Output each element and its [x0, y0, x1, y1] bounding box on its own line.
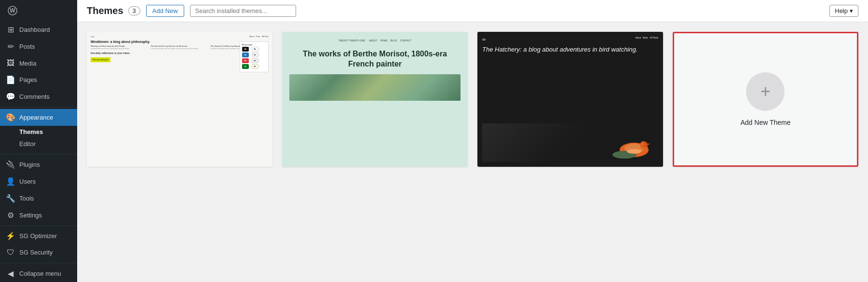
tt1-hero-text: The works of Berthe Morisot, 1800s-era F… — [289, 49, 461, 69]
media-icon: 🖼 — [6, 59, 15, 67]
theme-card-tt2: ∞ About Birds All Posts The Hatchery: a … — [477, 32, 663, 167]
tt2-bird-area — [482, 123, 658, 162]
help-label: Help — [835, 7, 848, 14]
sidebar-item-plugins[interactable]: 🔌 Plugins — [0, 156, 77, 173]
plus-icon: + — [760, 81, 771, 102]
help-button[interactable]: Help ▾ — [829, 5, 858, 17]
users-icon: 👤 — [6, 177, 15, 186]
sidebar-item-label: SG Security — [19, 249, 53, 256]
page-title: Themes — [87, 5, 123, 16]
collapse-menu-button[interactable]: ◀ Collapse menu — [0, 265, 77, 282]
add-new-theme-card[interactable]: + Add New Theme — [673, 32, 858, 167]
sidebar-item-dashboard[interactable]: ⊞ Dashboard — [0, 21, 77, 38]
sidebar-item-media[interactable]: 🖼 Media — [0, 55, 77, 71]
sidebar-item-label: Users — [19, 178, 36, 185]
theme-preview-tt3: TT3 About Posts All Posts Mindblown: a b… — [87, 32, 272, 167]
sidebar-item-appearance[interactable]: 🎨 Appearance — [0, 109, 77, 126]
page-title-area: Themes 3 — [87, 5, 140, 16]
sidebar-item-label: Posts — [19, 43, 35, 50]
sidebar-sub-themes[interactable]: Themes — [15, 126, 77, 138]
sidebar-item-posts[interactable]: ✏ Posts — [0, 38, 77, 55]
add-new-button[interactable]: Add New — [146, 5, 184, 17]
comments-icon: 💬 — [6, 92, 15, 101]
tt3-style-switcher: Browse styles Aa ↕ Aa ↕ Aa ↕ Aa ↕ — [240, 41, 269, 72]
tt3-navbar: TT3 About Posts All Posts — [91, 36, 269, 38]
sidebar-item-label: Tools — [19, 195, 34, 202]
collapse-label: Collapse menu — [19, 270, 61, 277]
sidebar-item-label: Appearance — [19, 114, 53, 121]
theme-card-tt3: TT3 About Posts All Posts Mindblown: a b… — [87, 32, 272, 167]
search-input[interactable] — [190, 5, 296, 17]
bird-illustration — [605, 128, 653, 162]
svg-text:W: W — [10, 7, 15, 14]
sidebar: W ⊞ Dashboard ✏ Posts 🖼 Media 📄 Pages 💬 … — [0, 0, 77, 282]
sidebar-item-comments[interactable]: 💬 Comments — [0, 88, 77, 105]
tt1-painting — [289, 74, 461, 101]
sidebar-item-label: Dashboard — [19, 26, 50, 33]
svg-point-8 — [644, 142, 646, 144]
appearance-submenu: Themes Editor — [0, 126, 77, 152]
sidebar-item-sg-optimizer[interactable]: ⚡ SG Optimizer — [0, 228, 77, 244]
tt1-navbar: TWENTY TWENTY-ONE ABOUT HOME BLOG CONTAC… — [289, 39, 461, 42]
add-new-content: + Add New Theme — [740, 72, 790, 126]
dashboard-icon: ⊞ — [6, 25, 15, 34]
add-new-theme-label: Add New Theme — [740, 119, 790, 126]
chevron-down-icon: ▾ — [850, 7, 853, 14]
posts-icon: ✏ — [6, 42, 15, 51]
sidebar-sub-editor[interactable]: Editor — [15, 138, 77, 150]
sidebar-item-sg-security[interactable]: 🛡 SG Security — [0, 244, 77, 261]
plugins-icon: 🔌 — [6, 160, 15, 169]
svg-point-6 — [627, 149, 641, 154]
settings-icon: ⚙ — [6, 211, 15, 220]
topbar: Themes 3 Add New Help ▾ — [77, 0, 868, 22]
tools-icon: 🔧 — [6, 194, 15, 203]
theme-preview-tt2: ∞ About Birds All Posts The Hatchery: a … — [477, 32, 663, 167]
tt2-hero-text: The Hatchery: a blog about adventures in… — [482, 46, 658, 123]
themes-grid: TT3 About Posts All Posts Mindblown: a b… — [87, 32, 858, 167]
theme-card-tt1: TWENTY TWENTY-ONE ABOUT HOME BLOG CONTAC… — [282, 32, 468, 167]
sidebar-item-label: Media — [19, 60, 36, 67]
sidebar-item-label: Pages — [19, 76, 37, 83]
sidebar-item-label: SG Optimizer — [19, 232, 57, 240]
pages-icon: 📄 — [6, 75, 15, 84]
theme-count-badge: 3 — [128, 6, 140, 15]
main-content: Themes 3 Add New Help ▾ TT3 About — [77, 0, 868, 282]
sidebar-item-settings[interactable]: ⚙ Settings — [0, 207, 77, 224]
tt2-navbar: ∞ About Birds All Posts — [482, 37, 658, 42]
sidebar-item-label: Plugins — [19, 161, 40, 168]
sidebar-item-tools[interactable]: 🔧 Tools — [0, 190, 77, 207]
sg-optimizer-icon: ⚡ — [6, 231, 15, 241]
topbar-right: Help ▾ — [829, 5, 858, 17]
sidebar-item-label: Settings — [19, 212, 42, 219]
topbar-left: Themes 3 Add New — [87, 5, 296, 17]
collapse-icon: ◀ — [6, 269, 15, 278]
sidebar-item-pages[interactable]: 📄 Pages — [0, 71, 77, 88]
sidebar-item-users[interactable]: 👤 Users — [0, 173, 77, 190]
wp-logo: W — [0, 0, 77, 21]
sg-security-icon: 🛡 — [6, 248, 15, 257]
themes-content: TT3 About Posts All Posts Mindblown: a b… — [77, 22, 868, 282]
sidebar-item-label: Comments — [19, 93, 50, 100]
add-new-circle: + — [746, 72, 785, 111]
theme-preview-tt1: TWENTY TWENTY-ONE ABOUT HOME BLOG CONTAC… — [282, 32, 468, 167]
appearance-icon: 🎨 — [6, 113, 15, 122]
